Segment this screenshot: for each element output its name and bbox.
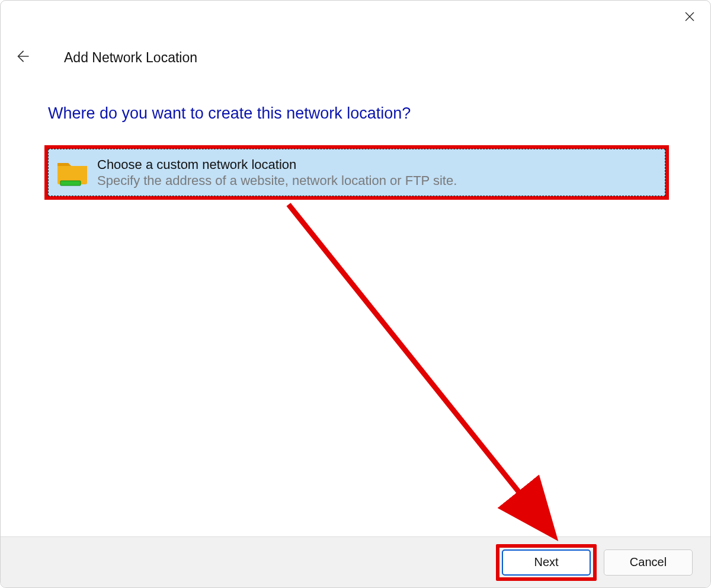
annotation-arrow xyxy=(1,1,711,588)
wizard-window: Add Network Location Where do you want t… xyxy=(0,0,711,588)
network-folder-icon xyxy=(56,157,89,188)
close-button[interactable] xyxy=(681,9,699,27)
wizard-heading: Where do you want to create this network… xyxy=(48,104,411,123)
svg-rect-0 xyxy=(60,181,81,186)
page-title: Add Network Location xyxy=(64,50,197,66)
next-button[interactable]: Next xyxy=(502,549,591,576)
option-subtitle: Specify the address of a website, networ… xyxy=(97,172,457,189)
back-button[interactable] xyxy=(12,48,31,67)
option-highlight-box: Choose a custom network location Specify… xyxy=(44,145,669,200)
footer-bar: Next Cancel xyxy=(1,536,710,587)
cancel-button[interactable]: Cancel xyxy=(604,549,693,576)
svg-line-3 xyxy=(289,204,552,533)
option-title: Choose a custom network location xyxy=(97,156,457,173)
back-arrow-icon xyxy=(14,49,30,66)
header-row: Add Network Location xyxy=(12,48,699,67)
close-icon xyxy=(684,11,696,25)
option-custom-network-location[interactable]: Choose a custom network location Specify… xyxy=(48,149,665,196)
option-text: Choose a custom network location Specify… xyxy=(97,156,457,189)
next-highlight-box: Next xyxy=(496,544,597,581)
